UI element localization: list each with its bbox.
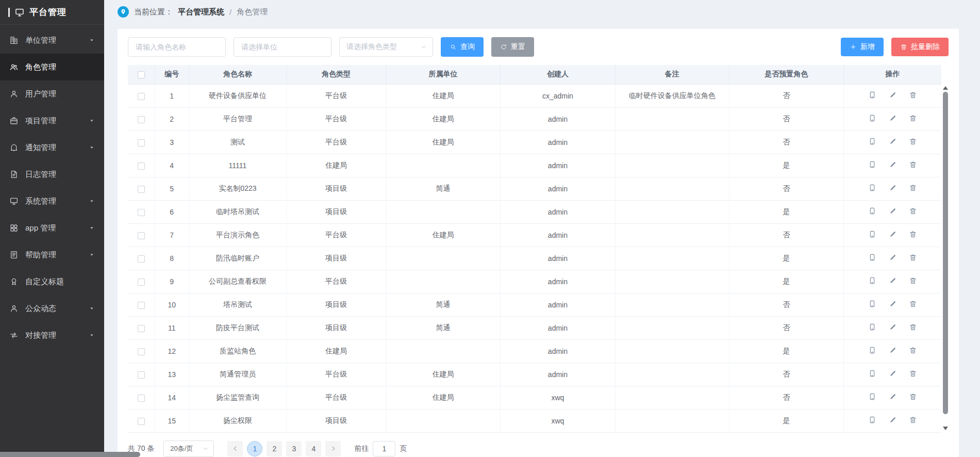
reset-button[interactable]: 重置 [491, 37, 534, 57]
row-checkbox[interactable] [138, 93, 145, 100]
scroll-down-arrow-icon[interactable] [943, 427, 948, 430]
row-checkbox[interactable] [138, 418, 145, 425]
sidebar-item[interactable]: 通知管理 [0, 134, 104, 161]
role-name-input[interactable] [128, 37, 226, 57]
view-button[interactable] [868, 276, 876, 286]
edit-button[interactable] [889, 207, 897, 217]
column-header-id: 编号 [155, 65, 189, 84]
row-checkbox[interactable] [138, 279, 145, 286]
edit-button[interactable] [889, 300, 897, 309]
search-button[interactable]: 查询 [441, 37, 484, 57]
view-button[interactable] [868, 207, 876, 217]
scroll-up-arrow-icon[interactable] [943, 86, 948, 90]
sidebar-item[interactable]: 角色管理 [0, 54, 104, 80]
delete-button[interactable] [909, 137, 917, 147]
cell-role-type: 平台级 [287, 223, 386, 247]
delete-button[interactable] [909, 369, 917, 379]
column-header-remark: 备注 [615, 65, 729, 84]
row-checkbox[interactable] [138, 116, 145, 123]
delete-button[interactable] [909, 300, 917, 309]
row-checkbox[interactable] [138, 302, 145, 309]
delete-button[interactable] [909, 230, 917, 240]
view-button[interactable] [868, 300, 876, 309]
select-all-checkbox[interactable] [138, 71, 145, 78]
delete-button[interactable] [909, 184, 917, 193]
sidebar-item[interactable]: 帮助管理 [0, 241, 104, 268]
edit-button[interactable] [889, 137, 897, 147]
chevron-down-icon [89, 118, 95, 124]
search-icon [450, 43, 457, 51]
table-row: 13 简通管理员 平台级 住建局 admin 否 [128, 363, 941, 386]
sidebar-item[interactable]: 项目管理 [0, 107, 104, 134]
row-checkbox[interactable] [138, 325, 145, 332]
view-button[interactable] [868, 346, 876, 356]
row-checkbox[interactable] [138, 395, 145, 402]
scrollbar-track[interactable] [943, 92, 948, 425]
view-button[interactable] [868, 323, 876, 333]
breadcrumb-root[interactable]: 平台管理系统 [178, 7, 224, 17]
edit-button[interactable] [889, 323, 897, 333]
row-checkbox[interactable] [138, 255, 145, 263]
delete-button[interactable] [909, 393, 917, 402]
delete-button[interactable] [909, 253, 917, 263]
view-button[interactable] [868, 369, 876, 379]
delete-button[interactable] [909, 346, 917, 356]
sidebar-item[interactable]: 自定义标题 [0, 268, 104, 295]
sidebar-item[interactable]: 对接管理 [0, 322, 104, 349]
view-button[interactable] [868, 137, 876, 147]
edit-button[interactable] [889, 369, 897, 379]
edit-button[interactable] [889, 160, 897, 170]
delete-button[interactable] [909, 416, 917, 426]
row-checkbox[interactable] [138, 348, 145, 355]
row-checkbox[interactable] [138, 209, 145, 216]
delete-button[interactable] [909, 91, 917, 101]
row-checkbox[interactable] [138, 162, 145, 170]
sidebar-item[interactable]: 系统管理 [0, 188, 104, 215]
view-button[interactable] [868, 230, 876, 240]
edit-button[interactable] [889, 184, 897, 193]
edit-button[interactable] [889, 416, 897, 426]
view-button[interactable] [868, 114, 876, 124]
row-checkbox[interactable] [138, 139, 145, 146]
delete-button[interactable] [909, 114, 917, 124]
hscrollbar-thumb[interactable] [0, 452, 140, 457]
edit-button[interactable] [889, 114, 897, 124]
column-header-unit: 所属单位 [386, 65, 500, 84]
sidebar-item[interactable]: app 管理 [0, 215, 104, 241]
role-type-select[interactable]: 请选择角色类型 [339, 37, 433, 57]
sidebar-item[interactable]: 单位管理 [0, 27, 104, 54]
unit-input[interactable] [234, 37, 331, 57]
cell-id: 10 [155, 293, 189, 316]
sidebar-item[interactable]: 公众动态 [0, 295, 104, 322]
view-button[interactable] [868, 91, 876, 101]
edit-button[interactable] [889, 346, 897, 356]
edit-button[interactable] [889, 253, 897, 263]
table-vertical-scrollbar[interactable] [942, 84, 949, 432]
row-checkbox[interactable] [138, 186, 145, 193]
edit-button[interactable] [889, 230, 897, 240]
cell-creator: admin [501, 200, 615, 223]
view-button[interactable] [868, 416, 876, 426]
batch-delete-button[interactable]: 批量删除 [891, 38, 949, 56]
view-button[interactable] [868, 160, 876, 170]
delete-button[interactable] [909, 160, 917, 170]
edit-button[interactable] [889, 276, 897, 286]
cell-creator: admin [501, 223, 615, 247]
add-button[interactable]: 新增 [841, 38, 884, 56]
sidebar-item[interactable]: 用户管理 [0, 80, 104, 107]
row-checkbox[interactable] [138, 371, 145, 379]
delete-button[interactable] [909, 276, 917, 286]
scrollbar-thumb[interactable] [943, 92, 948, 414]
view-button[interactable] [868, 253, 876, 263]
cell-unit: 住建局 [386, 130, 500, 154]
view-button[interactable] [868, 393, 876, 402]
view-button[interactable] [868, 184, 876, 193]
edit-button[interactable] [889, 91, 897, 101]
delete-button[interactable] [909, 323, 917, 333]
detail-icon [868, 207, 876, 215]
page-horizontal-scrollbar[interactable] [0, 452, 980, 457]
delete-button[interactable] [909, 207, 917, 217]
row-checkbox[interactable] [138, 232, 145, 239]
sidebar-item[interactable]: 日志管理 [0, 161, 104, 188]
edit-button[interactable] [889, 393, 897, 402]
